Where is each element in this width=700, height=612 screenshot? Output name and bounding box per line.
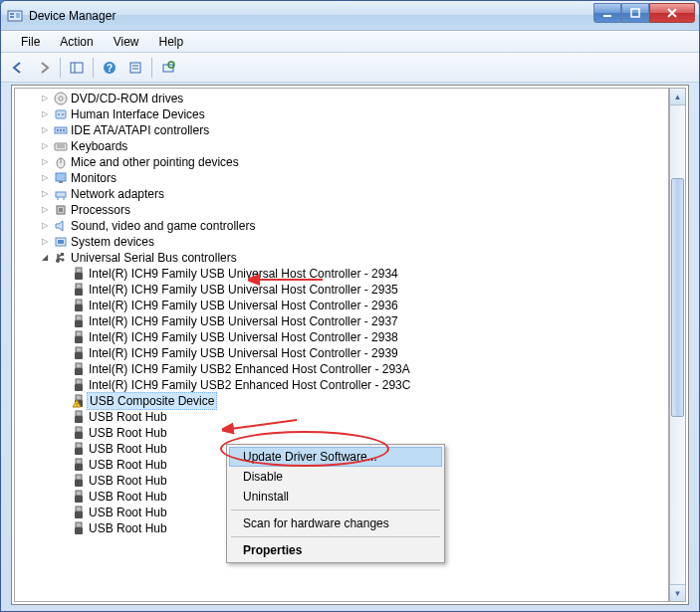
ctx-properties[interactable]: Properties	[229, 540, 442, 560]
svg-rect-55	[76, 379, 82, 384]
tree-category-0[interactable]: DVD/CD-ROM drives	[17, 91, 666, 106]
expander-icon[interactable]	[57, 268, 69, 280]
scroll-up-arrow[interactable]: ▲	[670, 89, 685, 105]
expander-icon[interactable]	[57, 347, 69, 359]
svg-rect-51	[76, 347, 82, 352]
vertical-scrollbar[interactable]: ▲ ▼	[669, 88, 686, 602]
scroll-down-arrow[interactable]: ▼	[670, 584, 685, 601]
tree-node-label: IDE ATA/ATAPI controllers	[71, 122, 209, 138]
usb-icon	[71, 457, 87, 473]
tree-usb-device-8[interactable]: !USB Composite Device	[17, 393, 666, 409]
svg-text:?: ?	[107, 63, 113, 74]
menu-action[interactable]: Action	[50, 33, 103, 51]
svg-rect-37	[58, 240, 64, 244]
expander-icon[interactable]	[39, 108, 51, 120]
app-icon	[7, 8, 23, 24]
expander-icon[interactable]	[57, 507, 69, 518]
svg-rect-5	[631, 9, 639, 17]
expander-icon[interactable]	[57, 411, 69, 423]
tree-usb-device-2[interactable]: Intel(R) ICH9 Family USB Universal Host …	[17, 298, 666, 313]
expander-icon[interactable]	[39, 252, 51, 264]
tree-category-6[interactable]: Network adapters	[17, 186, 666, 202]
expander-icon[interactable]	[57, 491, 69, 503]
expander-icon[interactable]	[57, 300, 69, 311]
svg-point-16	[59, 97, 63, 101]
sound-icon	[53, 218, 69, 234]
menubar: File Action View Help	[1, 31, 699, 53]
expander-icon[interactable]	[57, 443, 69, 455]
tree-node-label: Intel(R) ICH9 Family USB Universal Host …	[89, 329, 398, 345]
ctx-scan[interactable]: Scan for hardware changes	[229, 513, 442, 533]
back-button[interactable]	[6, 56, 30, 80]
expander-icon[interactable]	[39, 172, 51, 184]
expander-icon[interactable]	[39, 236, 51, 248]
tree-node-label: Intel(R) ICH9 Family USB Universal Host …	[89, 345, 398, 361]
svg-rect-22	[60, 129, 62, 131]
svg-rect-62	[76, 427, 82, 432]
expander-icon[interactable]	[57, 379, 69, 391]
tree-usb-device-4[interactable]: Intel(R) ICH9 Family USB Universal Host …	[17, 329, 666, 345]
expander-icon[interactable]	[57, 475, 69, 487]
tree-category-3[interactable]: Keyboards	[17, 138, 666, 154]
ctx-uninstall[interactable]: Uninstall	[229, 487, 442, 507]
tree-category-5[interactable]: Monitors	[17, 170, 666, 186]
expander-icon[interactable]	[57, 459, 69, 471]
expander-icon[interactable]	[57, 331, 69, 343]
svg-rect-35	[59, 208, 63, 212]
menu-help[interactable]: Help	[149, 33, 194, 51]
expander-icon[interactable]	[39, 188, 51, 200]
scan-hardware-button[interactable]	[156, 56, 180, 80]
menu-file[interactable]: File	[11, 33, 50, 51]
tree-category-7[interactable]: Processors	[17, 202, 666, 218]
scroll-thumb[interactable]	[671, 178, 684, 417]
expander-icon[interactable]	[57, 522, 69, 534]
tree-category-8[interactable]: Sound, video and game controllers	[17, 218, 666, 234]
expander-icon[interactable]	[39, 140, 51, 152]
tree-category-1[interactable]: Human Interface Devices	[17, 106, 666, 122]
tree-category-4[interactable]: Mice and other pointing devices	[17, 154, 666, 170]
expander-icon[interactable]	[39, 204, 51, 216]
show-hide-tree-button[interactable]	[65, 56, 89, 80]
tree-category-usb[interactable]: Universal Serial Bus controllers	[17, 250, 666, 266]
expander-icon[interactable]	[57, 363, 69, 375]
expander-icon[interactable]	[57, 427, 69, 439]
ctx-disable[interactable]: Disable	[229, 467, 442, 487]
maximize-button[interactable]	[621, 3, 649, 23]
properties-button[interactable]	[123, 56, 147, 80]
expander-icon[interactable]	[39, 93, 51, 104]
minimize-button[interactable]	[593, 3, 621, 23]
tree-usb-device-5[interactable]: Intel(R) ICH9 Family USB Universal Host …	[17, 345, 666, 361]
svg-rect-39	[61, 253, 64, 256]
svg-rect-61	[75, 416, 83, 423]
tree-category-2[interactable]: IDE ATA/ATAPI controllers	[17, 122, 666, 138]
expander-icon[interactable]	[57, 315, 69, 327]
ctx-update-driver[interactable]: Update Driver Software...	[229, 447, 442, 467]
help-button[interactable]: ?	[98, 56, 121, 80]
forward-button[interactable]	[32, 56, 56, 80]
svg-rect-6	[71, 63, 83, 73]
svg-point-19	[62, 113, 64, 115]
tree-usb-device-9[interactable]: USB Root Hub	[17, 409, 666, 425]
disc-icon	[53, 91, 69, 106]
tree-usb-device-7[interactable]: Intel(R) ICH9 Family USB2 Enhanced Host …	[17, 377, 666, 393]
svg-rect-72	[76, 507, 82, 511]
network-icon	[53, 186, 69, 202]
tree-usb-device-1[interactable]: Intel(R) ICH9 Family USB Universal Host …	[17, 282, 666, 298]
tree-usb-device-10[interactable]: USB Root Hub	[17, 425, 666, 441]
tree-usb-device-6[interactable]: Intel(R) ICH9 Family USB2 Enhanced Host …	[17, 361, 666, 377]
tree-usb-device-0[interactable]: Intel(R) ICH9 Family USB Universal Host …	[17, 266, 666, 282]
expander-icon[interactable]	[39, 220, 51, 232]
close-button[interactable]	[649, 3, 695, 23]
expander-icon[interactable]	[57, 284, 69, 296]
ctx-separator	[231, 510, 440, 510]
svg-point-40	[62, 259, 65, 262]
expander-icon[interactable]	[39, 156, 51, 168]
tree-node-label: USB Composite Device	[87, 392, 217, 410]
tree-node-label: Intel(R) ICH9 Family USB2 Enhanced Host …	[89, 377, 410, 393]
expander-icon[interactable]	[39, 124, 51, 136]
tree-category-9[interactable]: System devices	[17, 234, 666, 250]
usb-icon	[71, 298, 87, 313]
menu-view[interactable]: View	[104, 33, 149, 51]
tree-usb-device-3[interactable]: Intel(R) ICH9 Family USB Universal Host …	[17, 313, 666, 329]
expander-icon[interactable]	[57, 395, 69, 407]
